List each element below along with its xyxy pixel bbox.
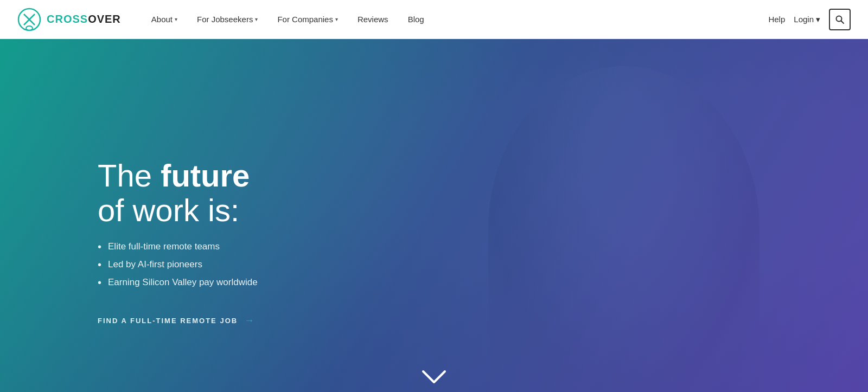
hero-content: The future of work is: Elite full-time r… [98, 158, 258, 326]
login-chevron-icon: ▾ [816, 15, 820, 24]
jobseekers-chevron-icon: ▾ [255, 16, 258, 22]
hero-headline: The future of work is: [98, 158, 258, 228]
hero-cta-label: FIND A FULL-TIME REMOTE JOB [98, 317, 238, 325]
hero-bullets-list: Elite full-time remote teams Led by AI-f… [98, 241, 258, 289]
hero-bullet-2: Led by AI-first pioneers [98, 259, 258, 271]
nav-for-companies[interactable]: For Companies ▾ [269, 10, 347, 28]
search-button[interactable] [829, 9, 851, 30]
nav-reviews[interactable]: Reviews [349, 10, 397, 28]
logo[interactable]: CROSSOVER [17, 8, 121, 31]
hero-cta-button[interactable]: FIND A FULL-TIME REMOTE JOB → [98, 315, 258, 326]
hero-bullet-1: Elite full-time remote teams [98, 241, 258, 253]
navbar: CROSSOVER About ▾ For Jobseekers ▾ For C… [0, 0, 868, 39]
nav-links: About ▾ For Jobseekers ▾ For Companies ▾… [143, 10, 769, 28]
login-button[interactable]: Login ▾ [794, 15, 820, 24]
svg-line-5 [841, 21, 844, 23]
crossover-logo-icon [17, 8, 41, 31]
nav-right: Help Login ▾ [768, 9, 851, 30]
companies-chevron-icon: ▾ [335, 16, 338, 22]
nav-blog[interactable]: Blog [399, 10, 433, 28]
scroll-chevron-icon [420, 366, 448, 388]
hero-headline-line2: of work is: [98, 192, 239, 228]
nav-about[interactable]: About ▾ [143, 10, 186, 28]
scroll-indicator [412, 359, 456, 392]
help-link[interactable]: Help [768, 15, 785, 24]
search-icon [835, 15, 845, 24]
hero-headline-bold: future [161, 158, 250, 193]
hero-section: The future of work is: Elite full-time r… [0, 39, 868, 392]
logo-text: CROSSOVER [47, 13, 121, 25]
nav-for-jobseekers[interactable]: For Jobseekers ▾ [188, 10, 266, 28]
hero-bullet-3: Earning Silicon Valley pay worldwide [98, 277, 258, 289]
about-chevron-icon: ▾ [175, 16, 177, 22]
hero-cta-arrow-icon: → [244, 315, 255, 326]
